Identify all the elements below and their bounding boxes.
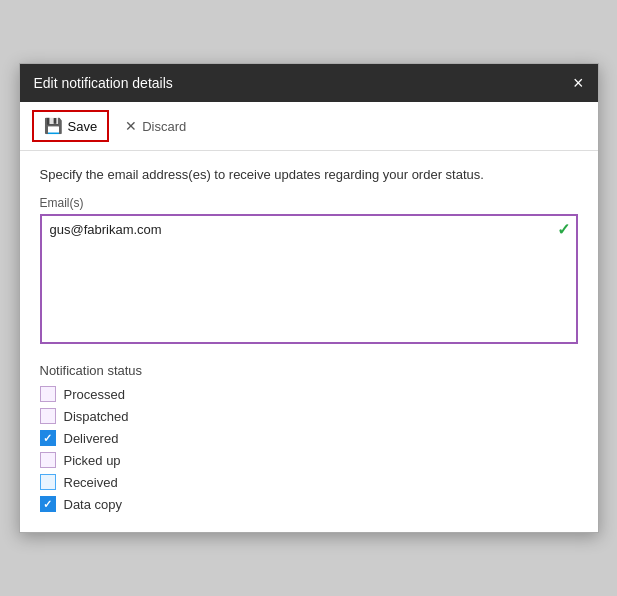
checkbox-item-picked-up: Picked up [40, 452, 578, 468]
notification-status-label: Notification status [40, 363, 578, 378]
checkbox-item-delivered: Delivered [40, 430, 578, 446]
save-label: Save [68, 119, 98, 134]
checkbox-list: Processed Dispatched Delivered Picked up… [40, 386, 578, 512]
checkbox-label-processed: Processed [64, 387, 125, 402]
checkbox-label-picked-up: Picked up [64, 453, 121, 468]
checkbox-item-data-copy: Data copy [40, 496, 578, 512]
checkbox-label-delivered: Delivered [64, 431, 119, 446]
checkbox-item-processed: Processed [40, 386, 578, 402]
discard-button[interactable]: ✕ Discard [113, 111, 198, 141]
dialog-title-bar: Edit notification details × [20, 64, 598, 102]
edit-notification-dialog: Edit notification details × 💾 Save ✕ Dis… [19, 63, 599, 533]
checkbox-label-data-copy: Data copy [64, 497, 123, 512]
dialog-title: Edit notification details [34, 75, 173, 91]
checkbox-picked-up[interactable] [40, 452, 56, 468]
discard-label: Discard [142, 119, 186, 134]
checkbox-label-received: Received [64, 475, 118, 490]
checkbox-item-dispatched: Dispatched [40, 408, 578, 424]
checkbox-delivered[interactable] [40, 430, 56, 446]
description-text: Specify the email address(es) to receive… [40, 167, 578, 182]
checkbox-item-received: Received [40, 474, 578, 490]
toolbar: 💾 Save ✕ Discard [20, 102, 598, 151]
email-valid-icon: ✓ [557, 220, 570, 239]
discard-icon: ✕ [125, 118, 137, 134]
email-wrapper: gus@fabrikam.com ✓ [40, 214, 578, 347]
dialog-body: Specify the email address(es) to receive… [20, 151, 598, 532]
save-icon: 💾 [44, 117, 63, 135]
checkbox-received[interactable] [40, 474, 56, 490]
close-button[interactable]: × [573, 74, 584, 92]
email-textarea[interactable]: gus@fabrikam.com [40, 214, 578, 344]
checkbox-dispatched[interactable] [40, 408, 56, 424]
email-field-label: Email(s) [40, 196, 578, 210]
checkbox-processed[interactable] [40, 386, 56, 402]
checkbox-data-copy[interactable] [40, 496, 56, 512]
save-button[interactable]: 💾 Save [32, 110, 110, 142]
checkbox-label-dispatched: Dispatched [64, 409, 129, 424]
